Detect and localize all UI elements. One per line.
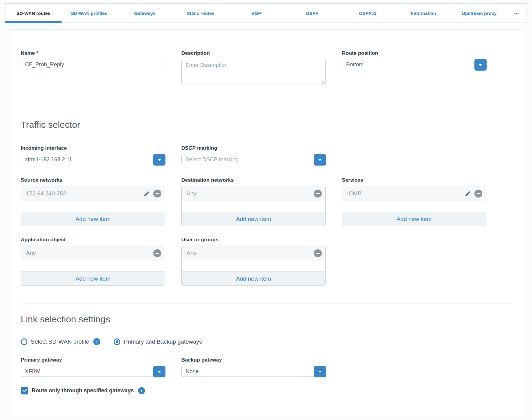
name-field-group: Name * (21, 50, 165, 86)
remove-minus-icon[interactable] (474, 190, 482, 198)
dscp-marking-placeholder: Select DSCP marking (186, 156, 239, 163)
dropdown-arrow-button[interactable] (314, 154, 326, 166)
application-object-group: Application object Any Add new item (21, 237, 165, 286)
tab-information[interactable]: Information (395, 4, 451, 23)
list-item: 172.64.240.252 (21, 186, 165, 201)
primary-gateway-value: XFRM (25, 368, 41, 375)
list-item: Any (21, 246, 165, 261)
backup-gateway-value: None (186, 368, 199, 375)
link-mode-radio-group: Select SD-WAN profile i Primary and Back… (21, 338, 512, 345)
tab-gateways[interactable]: Gateways (117, 4, 173, 23)
add-new-item-button[interactable]: Add new item (21, 212, 165, 226)
primary-gateway-dropdown[interactable]: XFRM (21, 366, 165, 377)
general-fields-row: Name * Description Route position Bottom (21, 50, 512, 86)
user-or-groups-list: Any Add new item (181, 246, 326, 286)
more-tabs-icon[interactable]: ••• (507, 4, 527, 23)
application-object-list: Any Add new item (21, 246, 165, 286)
remove-minus-icon[interactable] (153, 190, 161, 198)
primary-gateway-label: Primary gateway (21, 357, 165, 363)
remove-minus-icon[interactable] (314, 249, 322, 257)
route-position-dropdown[interactable]: Bottom (342, 59, 486, 70)
list-item-text: ICMP (347, 190, 362, 197)
radio-select-sdwan-profile[interactable] (21, 338, 27, 345)
info-icon[interactable]: i (138, 387, 145, 394)
incoming-interface-field-group: Incoming interface xfrm1-192.168.2.11 (21, 145, 165, 165)
chevron-down-icon (158, 371, 161, 373)
add-new-item-button[interactable]: Add new item (342, 212, 486, 226)
destination-networks-list: Any Add new item (181, 186, 326, 226)
interface-row: Incoming interface xfrm1-192.168.2.11 DS… (21, 145, 512, 165)
route-position-label: Route position (342, 50, 486, 56)
source-networks-label: Source networks (21, 177, 165, 183)
radio-select-sdwan-profile-label[interactable]: Select SD-WAN profile (31, 338, 89, 345)
description-label: Description (181, 50, 326, 56)
traffic-selector-heading: Traffic selector (21, 120, 512, 130)
destination-networks-label: Destination networks (181, 177, 326, 183)
dropdown-arrow-button[interactable] (314, 366, 326, 377)
list-empty-space (182, 201, 325, 212)
remove-minus-icon[interactable] (153, 249, 161, 257)
info-icon[interactable]: i (93, 338, 100, 345)
dscp-field-group: DSCP marking Select DSCP marking (181, 145, 326, 165)
section-divider (21, 303, 512, 303)
dropdown-arrow-button[interactable] (153, 366, 165, 377)
list-item-text: Any (186, 190, 197, 197)
chevron-down-icon (479, 64, 482, 66)
destination-networks-group: Destination networks Any Add new item (181, 177, 326, 226)
list-item-text: Any (26, 250, 36, 257)
chevron-down-icon (158, 159, 161, 161)
add-new-item-button[interactable]: Add new item (182, 212, 325, 226)
tab-sdwan-routes[interactable]: SD-WAN routes (5, 4, 61, 23)
backup-gateway-group: Backup gateway None (181, 357, 326, 377)
route-editor-panel: Name * Description Route position Bottom… (10, 29, 522, 416)
source-networks-group: Source networks 172.64.240.252 Add new i… (21, 177, 165, 226)
dropdown-arrow-button[interactable] (474, 59, 487, 71)
application-row: Application object Any Add new item User… (21, 237, 512, 286)
services-group: Services ICMP Add new item (342, 177, 486, 226)
description-textarea[interactable] (181, 59, 326, 85)
route-position-value: Bottom (346, 61, 364, 68)
remove-minus-icon[interactable] (314, 190, 322, 198)
dscp-marking-label: DSCP marking (181, 145, 326, 151)
tab-upstream-proxy[interactable]: Upstream proxy (451, 4, 507, 23)
user-or-groups-label: User or groups (181, 237, 326, 243)
tab-ospf[interactable]: OSPF (284, 4, 340, 23)
route-only-row: Route only through specified gateways i (21, 387, 512, 394)
name-label: Name * (21, 50, 165, 56)
radio-primary-backup-gateways[interactable] (114, 338, 120, 345)
radio-primary-backup-gateways-label[interactable]: Primary and Backup gateways (124, 338, 202, 345)
chevron-down-icon (318, 371, 322, 373)
incoming-interface-label: Incoming interface (21, 145, 165, 151)
dropdown-arrow-button[interactable] (153, 154, 165, 166)
list-item: Any (182, 246, 325, 261)
incoming-interface-dropdown[interactable]: xfrm1-192.168.2.11 (21, 154, 165, 165)
add-new-item-button[interactable]: Add new item (182, 271, 325, 285)
tab-sdwan-profiles[interactable]: SD-WAN profiles (61, 4, 117, 23)
tab-bar: SD-WAN routes SD-WAN profiles Gateways S… (5, 3, 527, 23)
list-empty-space (21, 261, 165, 271)
tab-ospfv3[interactable]: OSPFv3 (340, 4, 395, 23)
name-input[interactable] (21, 59, 165, 70)
services-label: Services (342, 177, 486, 183)
user-or-groups-group: User or groups Any Add new item (181, 237, 326, 286)
tab-bgp[interactable]: BGP (229, 4, 284, 23)
section-divider (21, 109, 512, 109)
route-only-label[interactable]: Route only through specified gateways (32, 387, 134, 394)
route-position-field-group: Route position Bottom (342, 50, 486, 86)
primary-gateway-group: Primary gateway XFRM (21, 357, 165, 377)
backup-gateway-label: Backup gateway (181, 357, 326, 363)
list-empty-space (342, 201, 486, 212)
add-new-item-button[interactable]: Add new item (21, 271, 165, 285)
chevron-down-icon (318, 159, 322, 161)
list-item: ICMP (342, 186, 486, 201)
backup-gateway-dropdown[interactable]: None (181, 366, 326, 377)
checkmark-icon (23, 388, 27, 392)
route-only-checkbox[interactable] (21, 387, 28, 394)
source-networks-list: 172.64.240.252 Add new item (21, 186, 165, 226)
list-item-text: 172.64.240.252 (26, 190, 66, 197)
application-object-label: Application object (21, 237, 165, 243)
edit-pencil-icon[interactable] (144, 191, 150, 197)
dscp-marking-dropdown[interactable]: Select DSCP marking (181, 154, 326, 165)
edit-pencil-icon[interactable] (465, 191, 471, 197)
tab-static-routes[interactable]: Static routes (173, 4, 229, 23)
